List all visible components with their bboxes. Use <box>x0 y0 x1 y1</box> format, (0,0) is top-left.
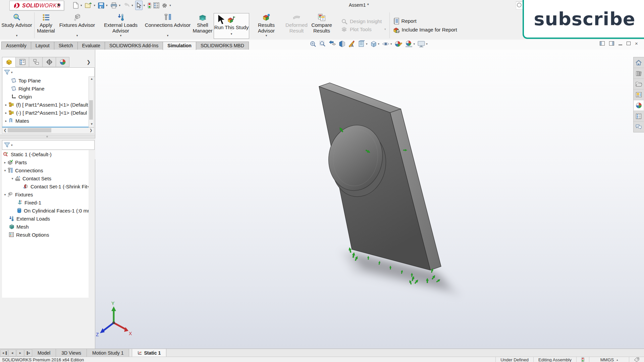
tree-item[interactable]: ▸ (f) [ Part1^Assem1 ]<1> (Default <box>2 101 89 109</box>
apply-material-button[interactable]: Apply Material <box>35 11 57 40</box>
tab-layout[interactable]: Layout <box>31 42 54 50</box>
view-palette-icon[interactable] <box>634 89 644 100</box>
collapse-icon[interactable]: ▾ <box>3 169 7 172</box>
tree-item[interactable]: Top Plane <box>2 76 89 84</box>
home-icon[interactable] <box>634 57 644 68</box>
tree-item[interactable]: ▸ Mates <box>2 117 89 125</box>
results-advisor-button[interactable]: Results Advisor ▾ <box>249 11 283 40</box>
print-icon[interactable] <box>110 1 118 10</box>
dropdown-icon[interactable]: ▾ <box>98 33 144 39</box>
undo-icon[interactable] <box>122 1 130 10</box>
tag-icon[interactable] <box>629 357 644 362</box>
dropdown-icon[interactable]: ▾ <box>169 4 171 7</box>
tab-display-manager[interactable] <box>56 57 69 67</box>
save-icon[interactable] <box>97 1 105 10</box>
tab-property-manager[interactable] <box>15 57 29 67</box>
rebuild-traffic-light-icon[interactable] <box>147 1 152 10</box>
custom-properties-icon[interactable] <box>634 111 644 122</box>
previous-view-icon[interactable] <box>329 40 336 48</box>
dropdown-icon[interactable]: ▾ <box>119 4 121 7</box>
search-icon[interactable] <box>516 1 523 9</box>
tree-item[interactable]: Result Options <box>2 231 89 239</box>
tree-item[interactable]: ▸ (-) [ Part2^Assem1 ]<1> (Defaul <box>2 109 89 117</box>
expand-icon[interactable]: ▸ <box>4 111 8 115</box>
tree-item[interactable]: Right Plane <box>2 84 89 93</box>
select-tool-icon[interactable] <box>135 1 143 10</box>
tree-item[interactable]: ▾ Connections <box>2 166 89 174</box>
dropdown-icon[interactable]: ▾ <box>131 4 133 7</box>
dropdown-icon[interactable]: ▾ <box>94 4 96 7</box>
scrollbar-thumb[interactable] <box>8 128 51 132</box>
fixtures-advisor-button[interactable]: Fixtures Advisor ▾ <box>57 11 98 40</box>
view-settings-icon[interactable]: ▾ <box>417 41 428 48</box>
panel-expand-icon[interactable]: ❯ <box>85 57 93 67</box>
expand-icon[interactable]: ▸ <box>3 161 7 164</box>
tree-item[interactable]: External Loads <box>2 215 89 223</box>
minimize-icon[interactable] <box>619 42 622 45</box>
dropdown-icon[interactable]: ▾ <box>378 42 380 46</box>
tree-item[interactable]: Mesh <box>2 223 89 231</box>
tab-static-1[interactable]: Static 1 <box>132 349 166 357</box>
panel-splitter[interactable] <box>0 135 95 138</box>
dropdown-icon[interactable]: ▾ <box>106 4 108 7</box>
tree-filter[interactable]: ▾ <box>2 67 95 77</box>
report-button[interactable]: Report <box>393 18 457 24</box>
tree-item[interactable]: Contact Set-1 (-Shrink Fit<Pa <box>2 182 89 190</box>
settings-gear-icon[interactable] <box>161 1 168 10</box>
tab-configuration-manager[interactable] <box>29 57 43 67</box>
dropdown-icon[interactable]: ▾ <box>414 42 415 46</box>
dropdown-icon[interactable]: ▾ <box>366 42 368 46</box>
expand-icon[interactable]: ▸ <box>4 119 8 123</box>
toolbar-expand-icon[interactable]: ▶ <box>58 2 61 7</box>
edit-appearance-icon[interactable] <box>394 40 402 48</box>
dropdown-icon[interactable]: ▾ <box>390 42 392 46</box>
close-icon[interactable]: × <box>635 42 638 45</box>
zoom-to-fit-icon[interactable] <box>309 40 317 48</box>
connections-advisor-button[interactable]: Connections Advisor ▾ <box>144 11 192 40</box>
tab-solidworks-addins[interactable]: SOLIDWORKS Add-Ins <box>105 42 163 50</box>
study-tree-filter[interactable]: ▾ <box>2 140 95 150</box>
last-tab-icon[interactable]: ▐► <box>24 349 32 357</box>
horizontal-scrollbar[interactable]: ❮ ❯ <box>2 127 94 134</box>
tab-assembly-tree[interactable] <box>2 57 16 67</box>
tab-solidworks-mbd[interactable]: SOLIDWORKS MBD <box>196 42 249 50</box>
dropdown-icon[interactable]: ▾ <box>144 33 192 39</box>
dropdown-icon[interactable]: ▾ <box>144 4 145 7</box>
section-view-icon[interactable] <box>338 40 346 48</box>
tab-model[interactable]: Model <box>32 349 56 357</box>
compare-results-button[interactable]: ? Compare Results <box>310 11 334 40</box>
include-image-for-report-button[interactable]: @ Include Image for Report <box>393 26 457 33</box>
tree-item[interactable]: ▾ Fixtures <box>2 190 89 198</box>
tab-assembly[interactable]: Assembly <box>1 42 31 50</box>
appearances-scenes-icon[interactable] <box>634 100 644 111</box>
open-icon[interactable] <box>84 1 93 10</box>
external-loads-advisor-button[interactable]: External Loads Advisor ▾ <box>98 11 144 40</box>
tab-dimxpert-manager[interactable] <box>42 57 56 67</box>
expand-icon[interactable]: ▸ <box>4 103 8 107</box>
hide-show-items-icon[interactable]: ▾ <box>382 41 392 47</box>
dropdown-icon[interactable]: ▾ <box>0 33 34 39</box>
tab-3d-views[interactable]: 3D Views <box>56 349 87 357</box>
dropdown-icon[interactable]: ▾ <box>231 30 232 38</box>
units-selector[interactable]: MMGS▴ <box>589 357 629 362</box>
zoom-to-area-icon[interactable] <box>319 40 326 48</box>
options-list-icon[interactable] <box>153 1 160 10</box>
graphics-viewport[interactable]: Y Z X <box>95 50 644 349</box>
file-explorer-icon[interactable] <box>634 79 644 89</box>
view-orientation-icon[interactable]: ▾ <box>358 40 368 48</box>
scrollbar-thumb[interactable] <box>89 100 93 120</box>
dropdown-icon[interactable]: ▾ <box>80 4 82 7</box>
collapse-icon[interactable]: ▾ <box>10 177 15 180</box>
pane-left-icon[interactable] <box>600 41 605 46</box>
study-advisor-button[interactable]: Study Advisor ▾ <box>0 11 34 40</box>
apply-scene-icon[interactable]: ▾ <box>405 40 415 48</box>
tree-item-study[interactable]: Static 1 (-Default-) <box>2 150 89 158</box>
tab-evaluate[interactable]: Evaluate <box>77 42 105 50</box>
tree-item[interactable]: ▸ Parts <box>2 158 89 166</box>
first-tab-icon[interactable]: ◄▐ <box>0 349 8 357</box>
next-tab-icon[interactable]: ► <box>16 349 24 357</box>
tab-sketch[interactable]: Sketch <box>54 42 78 50</box>
dropdown-icon[interactable]: ▾ <box>249 33 283 39</box>
tab-motion-study-1[interactable]: Motion Study 1 <box>87 349 129 357</box>
shell-manager-button[interactable]: Shell Manager <box>192 11 214 40</box>
